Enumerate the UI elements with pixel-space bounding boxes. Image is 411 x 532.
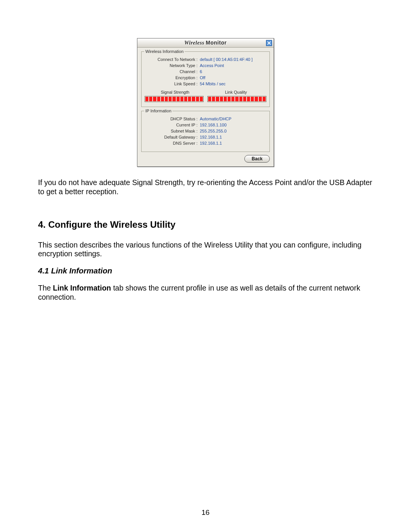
signal-strength-bar [145, 96, 204, 102]
heading-configure-wireless-utility: 4. Configure the Wireless Utility [38, 219, 373, 230]
para3-bold: Link Information [53, 284, 111, 292]
back-button[interactable]: Back [244, 155, 270, 163]
doc-para-section-intro: This section describes the various funct… [38, 241, 373, 259]
value-connect-to-network: default [ 00:14:A5:01:4F:40 ] [200, 57, 266, 62]
bars-row [145, 96, 266, 102]
row-connect-to-network: Connect To Network : default [ 00:14:A5:… [145, 57, 266, 62]
doc-para-link-info: The Link Information tab shows the curre… [38, 284, 373, 302]
dialog-footer: Back [137, 155, 274, 166]
row-dns-server: DNS Server : 192.168.1.1 [145, 141, 266, 145]
label-dhcp-status: DHCP Status : [145, 117, 200, 121]
wireless-monitor-dialog: Wireless Monitor Wireless Information Co… [137, 38, 274, 167]
value-network-type: Access Point [200, 63, 266, 68]
value-subnet-mask: 255.255.255.0 [200, 129, 266, 133]
row-subnet-mask: Subnet Mask : 255.255.255.0 [145, 129, 266, 133]
label-dns-server: DNS Server : [145, 141, 200, 145]
close-button[interactable] [266, 40, 272, 46]
value-default-gateway: 192.168.1.1 [200, 135, 266, 139]
ip-information-group: IP Information DHCP Status : Automatic/D… [141, 111, 270, 152]
page-number: 16 [0, 508, 411, 517]
title-monitor: Monitor [206, 40, 227, 46]
ip-info-legend: IP Information [144, 109, 172, 113]
value-dns-server: 192.168.1.1 [200, 141, 266, 145]
label-connect-to-network: Connect To Network : [145, 57, 200, 62]
wireless-info-legend: Wireless Information [144, 49, 185, 54]
row-default-gateway: Default Gateway : 192.168.1.1 [145, 135, 266, 139]
doc-para-signal: If you do not have adequate Signal Stren… [38, 178, 373, 197]
row-channel: Channel : 6 [145, 69, 266, 74]
bars-header: Signal Strength Link Quality [145, 90, 266, 94]
label-link-speed: Link Speed : [145, 81, 200, 86]
close-icon [267, 41, 271, 45]
signal-strength-label: Signal Strength [145, 90, 206, 94]
dialog-title: Wireless Monitor [184, 40, 226, 46]
row-dhcp-status: DHCP Status : Automatic/DHCP [145, 117, 266, 121]
value-encryption: Off [200, 75, 266, 80]
dialog-titlebar: Wireless Monitor [137, 38, 274, 48]
label-current-ip: Current IP : [145, 123, 200, 127]
para3-a: The [38, 284, 53, 292]
value-link-speed: 54 Mbits / sec [200, 81, 266, 86]
value-dhcp-status: Automatic/DHCP [200, 117, 266, 121]
label-subnet-mask: Subnet Mask : [145, 129, 200, 133]
row-network-type: Network Type : Access Point [145, 63, 266, 68]
row-encryption: Encryption : Off [145, 75, 266, 80]
row-current-ip: Current IP : 192.168.1.100 [145, 123, 266, 127]
row-link-speed: Link Speed : 54 Mbits / sec [145, 81, 266, 86]
link-quality-label: Link Quality [206, 90, 266, 94]
label-channel: Channel : [145, 69, 200, 74]
value-channel: 6 [200, 69, 266, 74]
link-quality-bar [207, 96, 266, 102]
label-network-type: Network Type : [145, 63, 200, 68]
title-wireless: Wireless [184, 40, 204, 46]
heading-link-information: 4.1 Link Information [38, 266, 373, 275]
label-default-gateway: Default Gateway : [145, 135, 200, 139]
label-encryption: Encryption : [145, 75, 200, 80]
wireless-information-group: Wireless Information Connect To Network … [141, 51, 270, 107]
value-current-ip: 192.168.1.100 [200, 123, 266, 127]
